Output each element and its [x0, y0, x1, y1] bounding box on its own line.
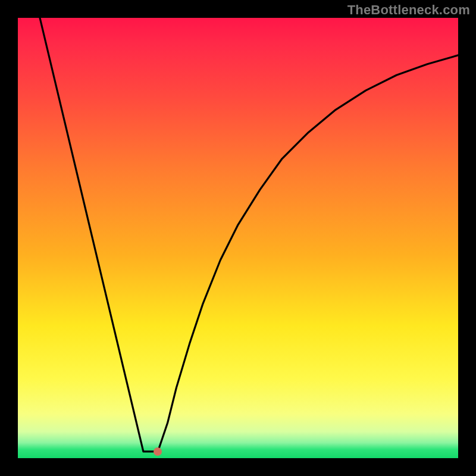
- watermark-text: TheBottleneck.com: [347, 2, 470, 18]
- chart-frame: TheBottleneck.com: [0, 0, 476, 476]
- plot-area: [18, 18, 458, 458]
- curve-svg: [18, 18, 458, 458]
- curve-path: [40, 18, 458, 452]
